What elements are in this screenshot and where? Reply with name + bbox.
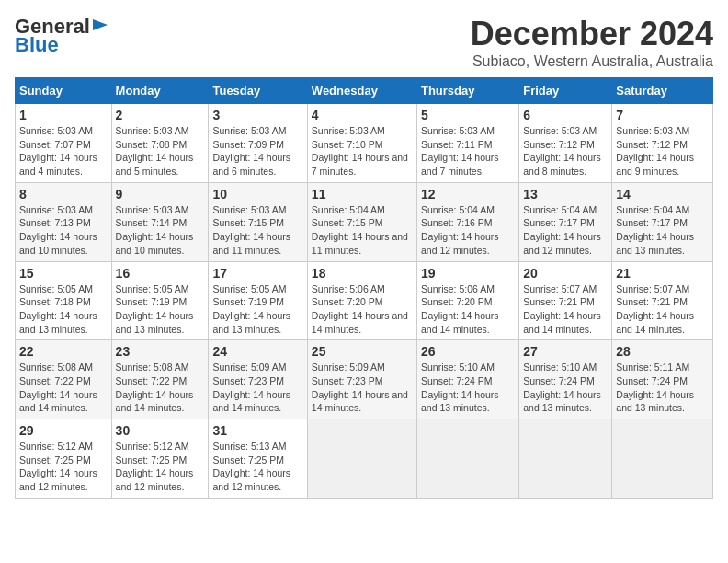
table-row: [307, 419, 416, 499]
header-sunday: Sunday: [16, 78, 112, 104]
calendar-week-row: 1Sunrise: 5:03 AMSunset: 7:07 PMDaylight…: [16, 104, 713, 183]
day-number: 23: [116, 344, 205, 359]
logo-blue: Blue: [15, 33, 59, 57]
table-row: 21Sunrise: 5:07 AMSunset: 7:21 PMDayligh…: [612, 261, 713, 340]
table-row: 25Sunrise: 5:09 AMSunset: 7:23 PMDayligh…: [307, 340, 416, 419]
table-row: 26Sunrise: 5:10 AMSunset: 7:24 PMDayligh…: [416, 340, 518, 419]
day-number: 5: [421, 108, 515, 122]
table-row: 12Sunrise: 5:04 AMSunset: 7:16 PMDayligh…: [416, 182, 518, 261]
table-row: 18Sunrise: 5:06 AMSunset: 7:20 PMDayligh…: [307, 261, 416, 340]
day-info: Sunrise: 5:13 AMSunset: 7:25 PMDaylight:…: [212, 440, 302, 494]
table-row: 6Sunrise: 5:03 AMSunset: 7:12 PMDaylight…: [519, 104, 612, 183]
day-number: 25: [312, 344, 413, 359]
day-number: 29: [19, 423, 108, 438]
table-row: 16Sunrise: 5:05 AMSunset: 7:19 PMDayligh…: [111, 261, 209, 340]
table-row: 14Sunrise: 5:04 AMSunset: 7:17 PMDayligh…: [612, 182, 713, 261]
day-info: Sunrise: 5:08 AMSunset: 7:22 PMDaylight:…: [116, 361, 205, 415]
day-info: Sunrise: 5:03 AMSunset: 7:12 PMDaylight:…: [616, 124, 709, 178]
table-row: [519, 419, 612, 499]
day-number: 8: [19, 187, 108, 201]
calendar-body: 1Sunrise: 5:03 AMSunset: 7:07 PMDaylight…: [16, 104, 713, 499]
table-row: 8Sunrise: 5:03 AMSunset: 7:13 PMDaylight…: [16, 182, 112, 261]
day-number: 10: [212, 187, 302, 201]
header: General Blue December 2024 Subiaco, West…: [15, 15, 713, 70]
day-info: Sunrise: 5:06 AMSunset: 7:20 PMDaylight:…: [421, 282, 515, 337]
page-title: December 2024: [471, 15, 713, 53]
day-info: Sunrise: 5:04 AMSunset: 7:15 PMDaylight:…: [312, 203, 413, 258]
day-number: 16: [116, 266, 205, 281]
day-number: 15: [19, 266, 108, 281]
table-row: 20Sunrise: 5:07 AMSunset: 7:21 PMDayligh…: [519, 261, 612, 340]
day-number: 6: [523, 108, 608, 122]
table-row: 1Sunrise: 5:03 AMSunset: 7:07 PMDaylight…: [16, 104, 112, 183]
calendar-week-row: 22Sunrise: 5:08 AMSunset: 7:22 PMDayligh…: [16, 340, 713, 419]
day-number: 26: [421, 344, 515, 359]
day-info: Sunrise: 5:03 AMSunset: 7:09 PMDaylight:…: [212, 124, 302, 178]
day-info: Sunrise: 5:09 AMSunset: 7:23 PMDaylight:…: [212, 361, 302, 415]
day-number: 12: [421, 187, 515, 201]
day-info: Sunrise: 5:03 AMSunset: 7:07 PMDaylight:…: [19, 124, 108, 178]
table-row: 22Sunrise: 5:08 AMSunset: 7:22 PMDayligh…: [16, 340, 112, 419]
page-subtitle: Subiaco, Western Australia, Australia: [471, 53, 713, 70]
day-number: 14: [616, 187, 709, 201]
table-row: 31Sunrise: 5:13 AMSunset: 7:25 PMDayligh…: [209, 419, 307, 499]
logo: General Blue: [15, 15, 109, 57]
day-number: 22: [19, 344, 108, 359]
table-row: 13Sunrise: 5:04 AMSunset: 7:17 PMDayligh…: [519, 182, 612, 261]
day-info: Sunrise: 5:05 AMSunset: 7:19 PMDaylight:…: [212, 282, 302, 337]
svg-marker-0: [93, 19, 108, 30]
day-info: Sunrise: 5:12 AMSunset: 7:25 PMDaylight:…: [19, 440, 108, 494]
day-info: Sunrise: 5:03 AMSunset: 7:10 PMDaylight:…: [312, 124, 413, 178]
day-number: 24: [212, 344, 302, 359]
day-number: 28: [616, 344, 709, 359]
table-row: 4Sunrise: 5:03 AMSunset: 7:10 PMDaylight…: [307, 104, 416, 183]
table-row: 27Sunrise: 5:10 AMSunset: 7:24 PMDayligh…: [519, 340, 612, 419]
day-info: Sunrise: 5:10 AMSunset: 7:24 PMDaylight:…: [523, 361, 608, 415]
table-row: 9Sunrise: 5:03 AMSunset: 7:14 PMDaylight…: [111, 182, 209, 261]
day-info: Sunrise: 5:12 AMSunset: 7:25 PMDaylight:…: [116, 440, 205, 494]
header-thursday: Thursday: [416, 78, 518, 104]
logo-arrow-icon: [91, 16, 109, 34]
day-number: 4: [312, 108, 413, 122]
day-info: Sunrise: 5:09 AMSunset: 7:23 PMDaylight:…: [312, 361, 413, 415]
table-row: 17Sunrise: 5:05 AMSunset: 7:19 PMDayligh…: [209, 261, 307, 340]
day-info: Sunrise: 5:06 AMSunset: 7:20 PMDaylight:…: [312, 282, 413, 337]
day-info: Sunrise: 5:07 AMSunset: 7:21 PMDaylight:…: [523, 282, 608, 337]
day-info: Sunrise: 5:04 AMSunset: 7:17 PMDaylight:…: [616, 203, 709, 258]
table-row: 23Sunrise: 5:08 AMSunset: 7:22 PMDayligh…: [111, 340, 209, 419]
table-row: 30Sunrise: 5:12 AMSunset: 7:25 PMDayligh…: [111, 419, 209, 499]
table-row: 10Sunrise: 5:03 AMSunset: 7:15 PMDayligh…: [209, 182, 307, 261]
day-info: Sunrise: 5:03 AMSunset: 7:08 PMDaylight:…: [116, 124, 205, 178]
day-info: Sunrise: 5:10 AMSunset: 7:24 PMDaylight:…: [421, 361, 515, 415]
day-number: 11: [312, 187, 413, 201]
table-row: 11Sunrise: 5:04 AMSunset: 7:15 PMDayligh…: [307, 182, 416, 261]
table-row: 5Sunrise: 5:03 AMSunset: 7:11 PMDaylight…: [416, 104, 518, 183]
header-wednesday: Wednesday: [307, 78, 416, 104]
day-number: 1: [19, 108, 108, 122]
day-number: 30: [116, 423, 205, 438]
day-info: Sunrise: 5:05 AMSunset: 7:19 PMDaylight:…: [116, 282, 205, 337]
table-row: 7Sunrise: 5:03 AMSunset: 7:12 PMDaylight…: [612, 104, 713, 183]
day-info: Sunrise: 5:03 AMSunset: 7:12 PMDaylight:…: [523, 124, 608, 178]
day-info: Sunrise: 5:07 AMSunset: 7:21 PMDaylight:…: [616, 282, 709, 337]
day-number: 21: [616, 266, 709, 281]
table-row: 19Sunrise: 5:06 AMSunset: 7:20 PMDayligh…: [416, 261, 518, 340]
calendar-week-row: 29Sunrise: 5:12 AMSunset: 7:25 PMDayligh…: [16, 419, 713, 499]
calendar-header-row: Sunday Monday Tuesday Wednesday Thursday…: [16, 78, 713, 104]
table-row: 24Sunrise: 5:09 AMSunset: 7:23 PMDayligh…: [209, 340, 307, 419]
calendar-table: Sunday Monday Tuesday Wednesday Thursday…: [15, 77, 713, 499]
table-row: [416, 419, 518, 499]
day-info: Sunrise: 5:11 AMSunset: 7:24 PMDaylight:…: [616, 361, 709, 415]
day-number: 17: [212, 266, 302, 281]
day-info: Sunrise: 5:03 AMSunset: 7:14 PMDaylight:…: [116, 203, 205, 258]
day-number: 19: [421, 266, 515, 281]
table-row: [612, 419, 713, 499]
day-number: 2: [116, 108, 205, 122]
table-row: 28Sunrise: 5:11 AMSunset: 7:24 PMDayligh…: [612, 340, 713, 419]
day-number: 7: [616, 108, 709, 122]
day-info: Sunrise: 5:08 AMSunset: 7:22 PMDaylight:…: [19, 361, 108, 415]
day-info: Sunrise: 5:04 AMSunset: 7:16 PMDaylight:…: [421, 203, 515, 258]
day-number: 27: [523, 344, 608, 359]
header-saturday: Saturday: [612, 78, 713, 104]
header-monday: Monday: [111, 78, 209, 104]
